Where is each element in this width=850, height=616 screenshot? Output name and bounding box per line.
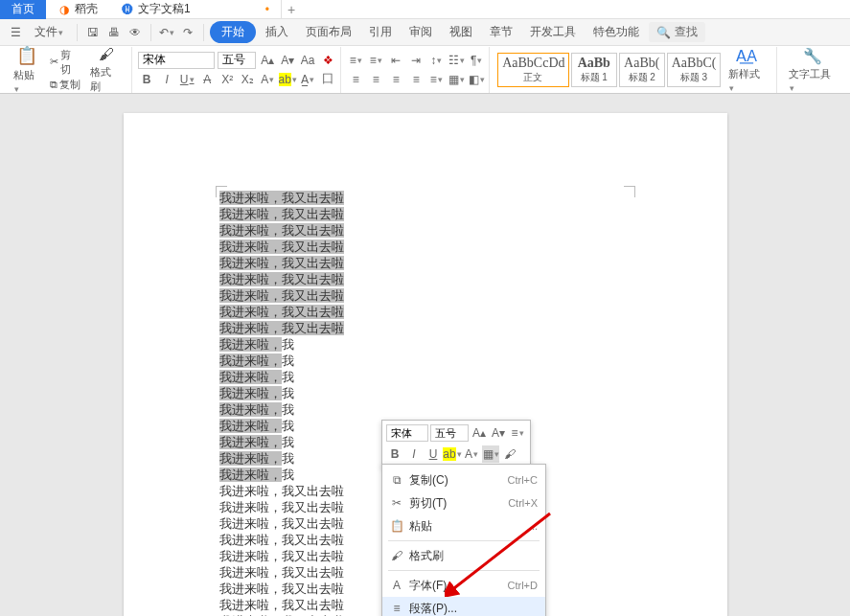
text-line[interactable]: 我进来啦，我又出去啦 bbox=[219, 320, 632, 336]
text-line[interactable]: 我进来啦，我 bbox=[219, 385, 632, 401]
align-left-icon[interactable]: ≡ bbox=[347, 71, 364, 88]
grow-font-icon[interactable]: A▴ bbox=[259, 52, 276, 69]
align-center-icon[interactable]: ≡ bbox=[367, 71, 384, 88]
strike-icon[interactable]: A bbox=[198, 71, 216, 88]
subscript-icon[interactable]: X₂ bbox=[239, 71, 256, 88]
print-preview-icon[interactable]: 👁 bbox=[126, 23, 145, 42]
mini-italic-icon[interactable]: I bbox=[405, 445, 423, 463]
bullet-list-icon[interactable]: ≡▾ bbox=[347, 52, 364, 69]
menu-bar: ☰ 文件▾ 🖫 🖶 👁 ↶▾ ↷ 开始 插入 页面布局 引用 审阅 视图 章节 … bbox=[0, 19, 850, 46]
font-size-input[interactable] bbox=[218, 52, 256, 69]
search-box[interactable]: 🔍 查找 bbox=[649, 22, 705, 42]
sort-icon[interactable]: ☷▾ bbox=[448, 52, 465, 69]
mini-shrink-font-icon[interactable]: A▾ bbox=[490, 424, 507, 442]
ctx-cut-label: 剪切(T) bbox=[409, 495, 502, 512]
tab-document[interactable]: 🅦 文字文稿1 • bbox=[109, 0, 282, 19]
text-line[interactable]: 我进来啦，我又出去啦 bbox=[219, 287, 632, 304]
distribute-icon[interactable]: ≡▾ bbox=[427, 71, 445, 88]
menu-reference[interactable]: 引用 bbox=[361, 21, 400, 43]
char-shading-icon[interactable]: 囗 bbox=[319, 71, 336, 88]
menu-file[interactable]: 文件▾ bbox=[27, 21, 71, 43]
align-right-icon[interactable]: ≡ bbox=[387, 71, 404, 88]
ctx-paste-shortcut: ... bbox=[529, 520, 538, 532]
redo-icon[interactable]: ↷ bbox=[178, 23, 197, 42]
menu-special[interactable]: 特色功能 bbox=[586, 21, 647, 43]
style-h3-sample: AaBbC( bbox=[672, 56, 716, 71]
copy-button[interactable]: ⧉复制 bbox=[50, 78, 81, 92]
menu-review[interactable]: 审阅 bbox=[402, 21, 440, 43]
line-spacing-icon[interactable]: ↕▾ bbox=[427, 52, 445, 69]
align-justify-icon[interactable]: ≡ bbox=[407, 71, 425, 88]
change-case-icon[interactable]: Aa bbox=[299, 52, 316, 69]
ctx-paragraph[interactable]: ≡ 段落(P)... bbox=[382, 597, 545, 616]
undo-icon[interactable]: ↶▾ bbox=[157, 23, 176, 42]
app-menu-icon[interactable]: ☰ bbox=[6, 23, 25, 42]
new-style-button[interactable]: A͟A 新样式▾ bbox=[723, 45, 771, 95]
ctx-font[interactable]: A 字体(F)... Ctrl+D bbox=[382, 574, 545, 597]
text-line[interactable]: 我进来啦，我又出去啦 bbox=[219, 239, 632, 255]
decrease-indent-icon[interactable]: ⇤ bbox=[387, 52, 404, 69]
show-marks-icon[interactable]: ¶▾ bbox=[468, 52, 485, 69]
clear-format-icon[interactable]: ❖ bbox=[319, 52, 336, 69]
highlight-icon[interactable]: ab▾ bbox=[279, 71, 296, 88]
paste-label: 粘贴▾ bbox=[13, 68, 40, 94]
mini-font-color-icon[interactable]: A▾ bbox=[463, 445, 480, 463]
underline-icon[interactable]: U▾ bbox=[178, 71, 195, 88]
style-h1[interactable]: AaBb 标题 1 bbox=[571, 53, 617, 87]
shrink-font-icon[interactable]: A▾ bbox=[279, 52, 296, 69]
menu-view[interactable]: 视图 bbox=[442, 21, 480, 43]
mini-format-painter-icon[interactable]: 🖌 bbox=[501, 445, 518, 463]
text-line[interactable]: 我进来啦，我又出去啦 bbox=[219, 271, 632, 287]
text-tool-button[interactable]: 🔧 文字工具▾ bbox=[783, 45, 842, 95]
text-line[interactable]: 我进来啦，我 bbox=[219, 353, 632, 369]
text-line[interactable]: 我进来啦，我又出去啦 bbox=[219, 206, 632, 222]
margin-corner-tr bbox=[624, 186, 635, 197]
mini-grow-font-icon[interactable]: A▴ bbox=[471, 424, 488, 442]
ctx-copy[interactable]: ⧉ 复制(C) Ctrl+C bbox=[382, 468, 545, 491]
tab-home[interactable]: 首页 bbox=[0, 0, 46, 19]
paste-button[interactable]: 📋 粘贴▾ bbox=[8, 43, 46, 96]
format-painter-button[interactable]: 🖌 格式刷 bbox=[84, 44, 127, 96]
style-body[interactable]: AaBbCcDd 正文 bbox=[497, 53, 569, 87]
char-border-icon[interactable]: A̲▾ bbox=[299, 71, 316, 88]
ctx-format-painter[interactable]: 🖌 格式刷 bbox=[382, 544, 545, 567]
menu-layout[interactable]: 页面布局 bbox=[298, 21, 359, 43]
text-line[interactable]: 我进来啦，我又出去啦 bbox=[219, 255, 632, 271]
menu-dev[interactable]: 开发工具 bbox=[522, 21, 584, 43]
new-tab-button[interactable]: + bbox=[282, 2, 301, 17]
mini-font-name[interactable] bbox=[386, 424, 428, 442]
menu-start[interactable]: 开始 bbox=[210, 21, 256, 43]
text-line[interactable]: 我进来啦，我又出去啦 bbox=[219, 222, 632, 239]
text-line[interactable]: 我进来啦，我 bbox=[219, 401, 632, 418]
margin-corner-tl bbox=[216, 186, 227, 197]
save-icon[interactable]: 🖫 bbox=[83, 23, 103, 42]
ctx-paste[interactable]: 📋 粘贴 ... bbox=[382, 514, 545, 537]
font-name-input[interactable] bbox=[138, 52, 215, 69]
tab-daoke[interactable]: ◑ 稻壳 bbox=[46, 0, 109, 19]
style-h2[interactable]: AaBb( 标题 2 bbox=[619, 53, 665, 87]
increase-indent-icon[interactable]: ⇥ bbox=[407, 52, 425, 69]
text-line[interactable]: 我进来啦，我又出去啦 bbox=[219, 190, 632, 206]
text-line[interactable]: 我进来啦，我 bbox=[219, 336, 632, 353]
text-line[interactable]: 我进来啦，我 bbox=[219, 369, 632, 385]
shading-icon[interactable]: ◧▾ bbox=[468, 71, 485, 88]
mini-shading-icon[interactable]: ▦▾ bbox=[482, 445, 499, 463]
menu-insert[interactable]: 插入 bbox=[258, 21, 296, 43]
number-list-icon[interactable]: ≡▾ bbox=[367, 52, 384, 69]
menu-chapter[interactable]: 章节 bbox=[482, 21, 520, 43]
mini-underline-icon[interactable]: U bbox=[425, 445, 442, 463]
mini-highlight-icon[interactable]: ab▾ bbox=[444, 445, 461, 463]
style-h3[interactable]: AaBbC( 标题 3 bbox=[667, 53, 721, 87]
mini-list-icon[interactable]: ≡▾ bbox=[509, 424, 526, 442]
mini-bold-icon[interactable]: B bbox=[386, 445, 403, 463]
superscript-icon[interactable]: X² bbox=[218, 71, 236, 88]
italic-icon[interactable]: I bbox=[158, 71, 175, 88]
font-color-icon[interactable]: A▾ bbox=[259, 71, 276, 88]
cut-button[interactable]: ✂剪切 bbox=[50, 48, 81, 77]
ctx-cut[interactable]: ✂ 剪切(T) Ctrl+X bbox=[382, 491, 545, 514]
print-icon[interactable]: 🖶 bbox=[104, 23, 124, 42]
border-icon[interactable]: ▦▾ bbox=[448, 71, 465, 88]
text-line[interactable]: 我进来啦，我又出去啦 bbox=[219, 304, 632, 320]
bold-icon[interactable]: B bbox=[138, 71, 155, 88]
mini-font-size[interactable] bbox=[430, 424, 469, 442]
